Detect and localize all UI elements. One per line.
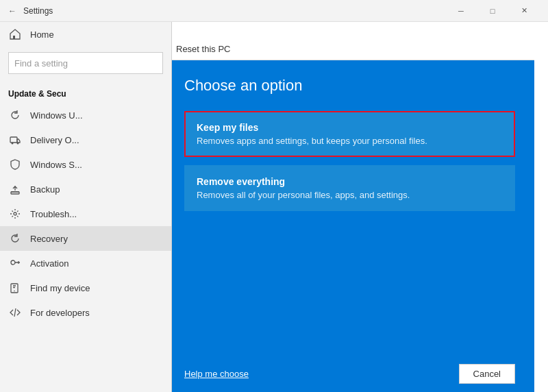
delivery-icon <box>8 133 22 147</box>
window-controls: ─ □ ✕ <box>445 0 540 22</box>
svg-point-6 <box>11 260 15 265</box>
sidebar-item-backup[interactable]: Backup <box>0 177 171 201</box>
svg-rect-0 <box>13 36 15 39</box>
find-icon <box>8 281 22 295</box>
help-link[interactable]: Help me choose <box>184 369 249 379</box>
cancel-button[interactable]: Cancel <box>459 364 515 384</box>
svg-point-8 <box>14 291 15 292</box>
option-keep-files-desc: Removes apps and settings, but keeps you… <box>197 136 503 146</box>
sidebar-item-activation[interactable]: Activation <box>0 251 171 275</box>
sidebar-item-troubleshoot[interactable]: Troublesh... <box>0 201 171 226</box>
svg-rect-4 <box>11 192 19 194</box>
sidebar-windows-update-label: Windows U... <box>30 110 83 121</box>
sidebar-search[interactable]: Find a setting <box>8 52 163 74</box>
option-remove-desc: Removes all of your personal files, apps… <box>197 190 503 200</box>
svg-point-3 <box>17 143 19 145</box>
home-icon <box>8 27 22 41</box>
window-title: Settings <box>23 6 445 16</box>
sidebar-item-recovery[interactable]: Recovery <box>0 226 171 251</box>
key-icon <box>8 256 22 270</box>
sidebar-backup-label: Backup <box>30 184 60 195</box>
close-button[interactable]: ✕ <box>508 0 540 22</box>
sidebar-item-home[interactable]: Home <box>0 22 171 47</box>
sidebar-item-windows-security[interactable]: Windows S... <box>0 152 171 177</box>
sidebar-activation-label: Activation <box>30 258 68 269</box>
svg-point-2 <box>12 143 14 145</box>
sidebar: Home Find a setting Update & Secu Window… <box>0 22 171 392</box>
dev-icon <box>8 306 22 319</box>
title-bar: ← Settings ─ □ ✕ <box>0 0 548 22</box>
dialog-tab-label: Reset this PC <box>176 44 230 54</box>
reset-dialog: Reset this PC Choose an option Keep my f… <box>172 38 534 392</box>
app-layout: Home Find a setting Update & Secu Window… <box>0 22 548 392</box>
refresh-icon <box>8 108 22 122</box>
sidebar-delivery-label: Delivery O... <box>30 135 79 145</box>
maximize-button[interactable]: □ <box>477 0 508 22</box>
minimize-button[interactable]: ─ <box>445 0 477 22</box>
sidebar-item-find-device[interactable]: Find my device <box>0 275 171 300</box>
sidebar-item-windows-update[interactable]: Windows U... <box>0 103 171 127</box>
sidebar-section-header: Update & Secu <box>0 79 171 103</box>
sidebar-developers-label: For developers <box>30 308 90 318</box>
option-keep-files[interactable]: Keep my files Removes apps and settings,… <box>184 111 515 157</box>
sidebar-security-label: Windows S... <box>30 160 82 170</box>
svg-point-5 <box>14 212 16 215</box>
sidebar-find-device-label: Find my device <box>30 283 90 293</box>
backup-icon <box>8 182 22 196</box>
option-keep-files-title: Keep my files <box>197 122 503 133</box>
shield-icon <box>8 158 22 171</box>
back-button[interactable]: ← <box>8 6 16 16</box>
sidebar-recovery-label: Recovery <box>30 234 68 244</box>
dialog-body: Choose an option Keep my files Removes a… <box>172 60 534 236</box>
main-content: Recovery Reset this PC Choose an option … <box>172 22 548 392</box>
dialog-footer: Help me choose Cancel <box>172 356 534 392</box>
sidebar-home-label: Home <box>30 29 54 40</box>
recovery-icon <box>8 232 22 245</box>
sidebar-item-developers[interactable]: For developers <box>0 300 171 325</box>
tools-icon <box>8 207 22 221</box>
svg-rect-1 <box>10 137 17 143</box>
dialog-title: Choose an option <box>184 77 515 95</box>
search-placeholder: Find a setting <box>14 58 68 69</box>
dialog-tab-header: Reset this PC <box>172 38 534 60</box>
sidebar-troubleshoot-label: Troublesh... <box>30 209 77 219</box>
option-remove-title: Remove everything <box>197 176 503 187</box>
option-remove-everything[interactable]: Remove everything Removes all of your pe… <box>184 165 515 211</box>
sidebar-item-delivery[interactable]: Delivery O... <box>0 127 171 152</box>
